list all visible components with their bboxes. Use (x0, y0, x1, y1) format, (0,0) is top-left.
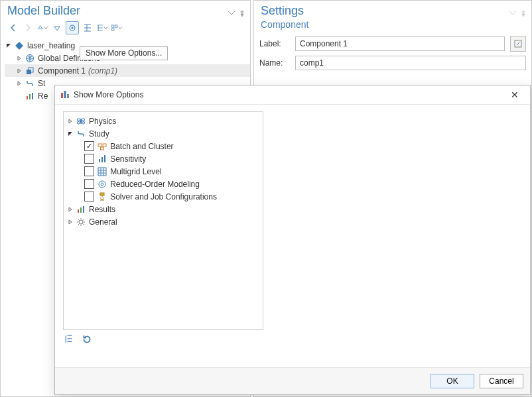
checkbox-icon[interactable] (84, 141, 94, 151)
mph-file-icon (14, 40, 25, 51)
svg-point-25 (99, 181, 105, 188)
svg-rect-22 (101, 157, 103, 162)
twisty-closed-icon[interactable] (66, 218, 74, 226)
twisty-open-icon[interactable] (66, 130, 74, 138)
svg-rect-23 (104, 155, 105, 162)
svg-point-26 (101, 183, 103, 186)
ok-button[interactable]: OK (431, 374, 474, 388)
pin-icon[interactable] (519, 7, 527, 15)
rom-icon (97, 179, 107, 190)
checkbox-icon[interactable] (84, 192, 94, 201)
label-row: Label: (254, 34, 531, 54)
svg-rect-3 (115, 25, 117, 27)
gear-icon (76, 217, 86, 227)
svg-rect-4 (112, 28, 114, 30)
twisty-closed-icon[interactable] (15, 80, 23, 87)
settings-subtitle: Component (254, 19, 531, 34)
option-label: General (89, 217, 117, 227)
globe-icon (25, 53, 35, 64)
option-label: Physics (89, 117, 116, 126)
option-label: Multigrid Level (110, 167, 161, 176)
batch-icon (97, 141, 107, 152)
twisty-closed-icon[interactable] (66, 117, 74, 125)
show-more-options-button[interactable] (66, 21, 79, 34)
svg-rect-19 (103, 144, 106, 146)
pin-icon[interactable] (238, 7, 246, 15)
twisty-closed-icon[interactable] (15, 54, 23, 62)
tree-label: Re (38, 91, 48, 101)
label-label: Label: (259, 39, 290, 48)
options-tree: Physics Study Batch and Cluster Sensitiv… (63, 111, 263, 330)
dialog-toolbar (63, 330, 522, 345)
option-label: Sensitivity (110, 154, 146, 164)
option-label: Results (89, 205, 115, 214)
checkbox-icon[interactable] (84, 179, 94, 189)
physics-icon (76, 116, 86, 127)
tree-label: Component 1 (38, 66, 86, 76)
check-multigrid-level[interactable]: Multigrid Level (66, 165, 260, 178)
study-icon (25, 78, 35, 89)
name-label: Name: (259, 58, 290, 68)
svg-rect-20 (101, 147, 104, 150)
tree-node-component[interactable]: Component 1 (comp1) (5, 64, 250, 77)
branch-study[interactable]: Study (66, 127, 260, 140)
tree-tag: (comp1) (88, 66, 117, 76)
tree-layout-icon[interactable] (111, 22, 123, 34)
option-label: Solver and Job Configurations (110, 192, 217, 201)
minimize-icon[interactable] (509, 7, 517, 15)
checkbox-icon[interactable] (84, 166, 94, 176)
results-icon (76, 204, 86, 215)
svg-rect-14 (67, 94, 69, 98)
show-more-options-dialog: Show More Options ✕ Physics Study Batch … (54, 85, 531, 395)
minimize-icon[interactable] (228, 7, 235, 15)
svg-rect-9 (29, 94, 31, 99)
label-input[interactable] (295, 36, 505, 51)
branch-results[interactable]: Results (66, 203, 260, 215)
svg-rect-2 (112, 25, 114, 27)
model-builder-toolbar (1, 19, 250, 38)
branch-physics[interactable]: Physics (66, 115, 260, 127)
check-reduced-order-modeling[interactable]: Reduced-Order Modeling (66, 178, 260, 190)
up-icon[interactable] (36, 22, 48, 34)
forward-icon (22, 22, 34, 34)
twisty-open-icon[interactable] (5, 42, 13, 50)
close-icon[interactable]: ✕ (505, 89, 525, 100)
twisty-closed-icon[interactable] (66, 205, 74, 213)
back-icon[interactable] (7, 22, 19, 34)
svg-rect-21 (99, 159, 100, 162)
svg-rect-28 (78, 209, 79, 213)
checkbox-icon[interactable] (84, 154, 94, 164)
settings-title: Settings (261, 4, 304, 18)
study-icon (76, 129, 86, 139)
settings-header: Settings (254, 1, 531, 19)
option-label: Study (89, 129, 109, 139)
svg-rect-30 (83, 206, 84, 213)
collapse-tree-icon[interactable] (82, 22, 94, 34)
name-row: Name: (254, 54, 531, 72)
svg-rect-13 (64, 91, 66, 98)
branch-general[interactable]: General (66, 215, 260, 228)
svg-rect-18 (98, 144, 101, 146)
svg-rect-8 (27, 96, 28, 99)
expand-tree-icon[interactable] (96, 22, 108, 34)
check-solver-job-config[interactable]: Solver and Job Configurations (66, 190, 260, 203)
svg-rect-29 (80, 207, 82, 213)
check-batch-and-cluster[interactable]: Batch and Cluster (66, 140, 260, 152)
dialog-titlebar: Show More Options ✕ (55, 85, 530, 105)
down-icon[interactable] (51, 22, 63, 34)
reveal-icon[interactable] (510, 36, 526, 52)
component-icon (25, 66, 35, 76)
results-icon (25, 91, 35, 101)
cancel-button[interactable]: Cancel (480, 374, 523, 388)
check-sensitivity[interactable]: Sensitivity (66, 152, 260, 165)
expand-all-icon[interactable] (64, 334, 75, 345)
svg-point-1 (72, 27, 74, 29)
reset-icon[interactable] (82, 334, 92, 345)
twisty-closed-icon[interactable] (15, 67, 23, 75)
svg-point-15 (80, 120, 82, 123)
model-builder-title: Model Builder (7, 4, 80, 18)
multigrid-icon (97, 166, 107, 177)
svg-rect-10 (32, 93, 33, 99)
sensitivity-icon (97, 154, 107, 164)
name-input[interactable] (295, 56, 526, 70)
